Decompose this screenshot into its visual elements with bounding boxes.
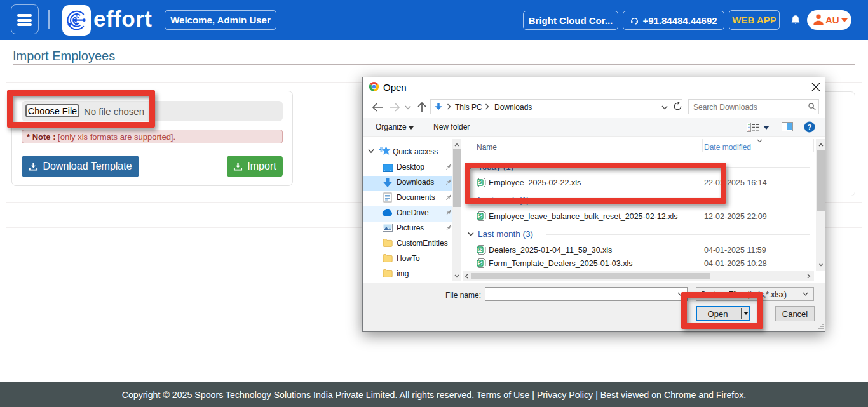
svg-text:S: S xyxy=(478,246,482,253)
svg-text:S: S xyxy=(478,260,482,266)
svg-text:?: ? xyxy=(807,123,811,131)
svg-text:S: S xyxy=(478,213,482,219)
